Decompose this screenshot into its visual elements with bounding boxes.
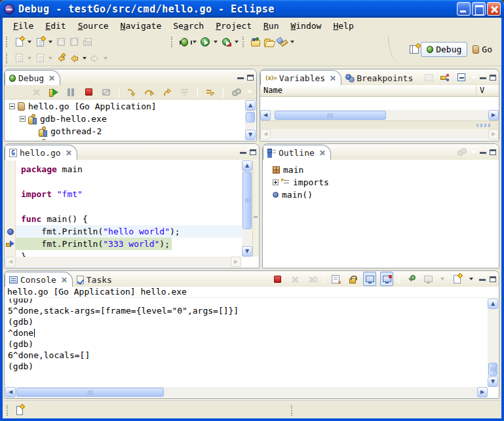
tab-outline-close-icon[interactable] [319, 150, 325, 156]
editor-maximize-button[interactable] [250, 149, 256, 155]
new-project-button[interactable] [33, 35, 47, 49]
previous-annotation-button[interactable] [33, 51, 47, 65]
menu-item-window[interactable]: Window [285, 20, 326, 32]
resume-button[interactable] [47, 85, 60, 100]
tab-console-close-icon[interactable] [61, 277, 67, 283]
run-dropdown[interactable] [214, 41, 218, 43]
menu-item-edit[interactable]: Edit [40, 20, 71, 32]
scrollbar-thumb[interactable] [275, 111, 386, 120]
tab-hello-go-close-icon[interactable] [66, 150, 71, 156]
step-return-button[interactable] [161, 85, 174, 100]
debug-maximize-button[interactable] [247, 75, 254, 81]
tab-variables[interactable]: (x)= Variables [260, 70, 341, 85]
gutter-cell[interactable] [5, 200, 15, 213]
next-annotation-button[interactable] [12, 51, 26, 65]
menu-item-run[interactable]: Run [258, 20, 284, 32]
scroll-left-arrow[interactable]: ◀ [5, 257, 16, 267]
debug-view-menu[interactable] [247, 90, 252, 94]
show-stderr-toggle[interactable] [380, 272, 393, 286]
display-selected-console-button[interactable] [421, 272, 435, 286]
scroll-down-arrow[interactable]: ▼ [488, 376, 498, 387]
debug-dropdown[interactable] [193, 41, 197, 43]
search-button[interactable] [275, 35, 288, 49]
scroll-right-arrow[interactable]: ▶ [231, 257, 241, 267]
show-logical-structure-button[interactable] [438, 70, 452, 84]
tree-expander-minus[interactable] [9, 103, 15, 109]
back-dropdown[interactable] [83, 57, 87, 60]
collapse-all-button[interactable] [455, 70, 468, 84]
variables-detail-sash[interactable] [260, 120, 499, 129]
outline-view-menu[interactable] [471, 151, 476, 154]
maximize-button[interactable] [472, 2, 486, 16]
scroll-up-arrow[interactable]: ▲ [242, 160, 252, 171]
perspective-go-button[interactable]: Go [467, 43, 497, 56]
close-button[interactable] [487, 2, 501, 16]
step-over-button[interactable] [143, 85, 156, 100]
console-output[interactable]: (gdb)5^done,stack-args=[frame={level="0"… [5, 299, 488, 387]
menu-item-navigate[interactable]: Navigate [115, 20, 167, 32]
open-console-button[interactable] [450, 272, 463, 286]
console-minimize-button[interactable] [479, 279, 486, 281]
back-button[interactable] [68, 51, 81, 65]
minimize-button[interactable] [457, 2, 471, 16]
step-into-button[interactable] [125, 85, 138, 100]
new-wizard-button[interactable] [12, 35, 26, 49]
show-type-names-button[interactable] [422, 70, 435, 84]
tab-outline[interactable]: Outline [263, 145, 331, 160]
tree-row[interactable]: gothread-2 [5, 125, 245, 137]
console-vscrollbar[interactable]: ▲ ▼ [488, 299, 498, 387]
scroll-right-arrow[interactable]: ▶ [488, 110, 499, 120]
scroll-right-arrow[interactable]: ▶ [488, 129, 499, 139]
show-stdout-toggle[interactable] [363, 272, 376, 286]
variables-detail-hscrollbar[interactable]: ◀ ▶ [260, 129, 499, 139]
scrollbar-thumb[interactable] [488, 363, 497, 376]
outline-maximize-button[interactable] [490, 149, 496, 155]
console-hscrollbar[interactable]: ◀ ▶ [5, 387, 488, 397]
remove-launch-button[interactable] [288, 272, 301, 286]
fast-view-button[interactable] [13, 403, 26, 418]
outline-tree[interactable]: mainimportsmain() [263, 160, 498, 267]
gutter-cell[interactable] [5, 213, 15, 225]
sash-handle[interactable] [476, 124, 492, 127]
debug-launch-tree[interactable]: hello.go [Go Application]gdb-hello.exego… [5, 100, 245, 140]
variables-maximize-button[interactable] [490, 75, 496, 81]
last-edit-location-button[interactable] [54, 51, 68, 65]
scroll-lock-button[interactable] [346, 272, 359, 286]
clear-console-button[interactable] [329, 272, 342, 286]
variables-hscrollbar[interactable]: ◀ ▶ [260, 110, 499, 120]
variables-table-empty[interactable] [260, 97, 499, 110]
debug-button[interactable] [178, 35, 191, 49]
forward-dropdown[interactable] [104, 57, 107, 60]
variables-view-menu[interactable] [471, 76, 476, 79]
debug-tree-scrollbar[interactable]: ▲ ▼ [245, 100, 256, 140]
tree-row[interactable]: gdb-hello.exe [5, 113, 245, 125]
editor-minimize-button[interactable] [240, 152, 246, 154]
open-resource-button[interactable] [262, 35, 275, 49]
new-wizard-dropdown[interactable] [28, 41, 31, 43]
scroll-left-arrow[interactable]: ◀ [5, 387, 16, 397]
column-value[interactable]: V [476, 85, 499, 96]
gutter-cell[interactable] [5, 238, 15, 250]
editor-overview-ruler[interactable] [252, 160, 258, 257]
print-button[interactable] [81, 35, 94, 49]
pin-console-button[interactable] [404, 272, 417, 286]
console-terminate-button[interactable] [271, 272, 284, 286]
tab-breakpoints[interactable]: Breakpoints [341, 71, 418, 85]
scroll-left-arrow[interactable]: ◀ [260, 129, 271, 139]
previous-annotation-dropdown[interactable] [48, 57, 52, 60]
column-name[interactable]: Name [260, 85, 476, 96]
save-all-button[interactable] [68, 35, 81, 49]
outline-extra-button[interactable] [455, 145, 468, 159]
tree-row[interactable]: hello.go [Go Application] [5, 100, 245, 113]
scroll-down-arrow[interactable]: ▼ [245, 130, 256, 140]
run-button[interactable] [199, 35, 212, 49]
terminate-button[interactable] [82, 85, 95, 100]
search-dropdown[interactable] [290, 41, 294, 43]
toolbar-drag-handle[interactable] [242, 37, 246, 47]
forward-button[interactable] [88, 51, 102, 65]
suspend-button[interactable] [64, 85, 77, 100]
scroll-up-arrow[interactable]: ▲ [245, 100, 256, 111]
tree-row[interactable]: imports [269, 176, 498, 189]
remove-all-launches-button[interactable] [305, 272, 318, 286]
scrollbar-thumb[interactable] [16, 388, 164, 397]
